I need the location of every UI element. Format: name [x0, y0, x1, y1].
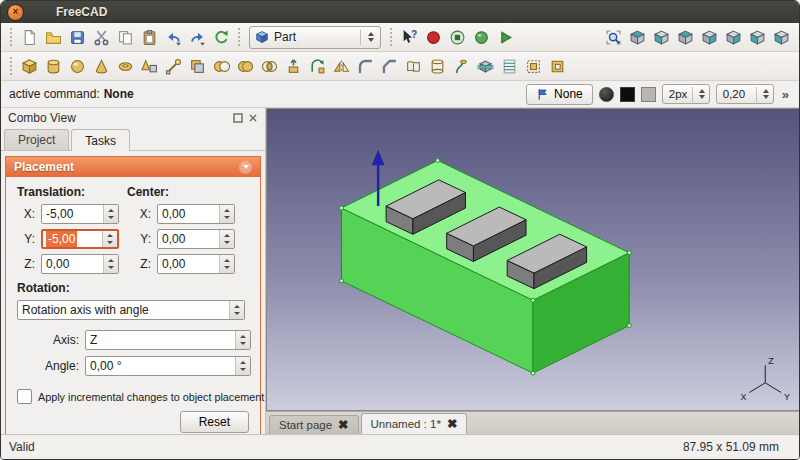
- annotation-none-button[interactable]: None: [526, 84, 593, 105]
- paste-icon: [141, 29, 158, 46]
- collapse-panel-icon[interactable]: [239, 161, 252, 174]
- part-sphere-button[interactable]: [65, 54, 89, 78]
- whats-this-button[interactable]: ?: [397, 25, 421, 49]
- shape-builder-button[interactable]: [161, 54, 185, 78]
- line-color-swatch[interactable]: [620, 87, 635, 102]
- stepper-icon[interactable]: [219, 230, 234, 248]
- axis-select[interactable]: Z: [85, 330, 251, 350]
- execute-macro-button[interactable]: [493, 25, 517, 49]
- sweep-button[interactable]: [449, 54, 473, 78]
- thickness-button[interactable]: [545, 54, 569, 78]
- save-document-button[interactable]: [65, 25, 89, 49]
- translation-value-input[interactable]: 0,00: [41, 254, 119, 274]
- macro-record-button[interactable]: [421, 25, 445, 49]
- part-box-button[interactable]: [17, 54, 41, 78]
- section-button[interactable]: [473, 54, 497, 78]
- stepper-icon[interactable]: [235, 357, 250, 375]
- ruled-surface-icon: [405, 58, 422, 75]
- part-torus-icon: [117, 58, 134, 75]
- copy-button[interactable]: [113, 25, 137, 49]
- undo-button[interactable]: [161, 25, 185, 49]
- shape-color-swatch[interactable]: [599, 87, 614, 102]
- close-panel-icon[interactable]: [248, 113, 258, 123]
- placement-row: Z: 0,00 Z: 0,00: [15, 254, 251, 274]
- top-view-button[interactable]: [673, 25, 697, 49]
- macro-stop-button[interactable]: [445, 25, 469, 49]
- viewport-canvas[interactable]: Z X Y: [266, 108, 799, 411]
- macros-dialog-button[interactable]: [469, 25, 493, 49]
- main-toolbar: Part ?: [1, 23, 799, 52]
- boolean-cut-button[interactable]: [209, 54, 233, 78]
- translation-value-input[interactable]: -5,00: [41, 229, 119, 249]
- workbench-selector[interactable]: Part: [249, 26, 381, 49]
- rear-view-button[interactable]: [721, 25, 745, 49]
- undo-icon: [165, 29, 182, 46]
- fit-all-button[interactable]: [601, 25, 625, 49]
- placement-header[interactable]: Placement: [6, 157, 260, 177]
- create-primitives-button[interactable]: [137, 54, 161, 78]
- new-document-button[interactable]: [17, 25, 41, 49]
- command-bar: active command: None None 2px 0,20 »: [1, 81, 799, 108]
- part-cylinder-button[interactable]: [41, 54, 65, 78]
- fillet-icon: [357, 58, 374, 75]
- stepper-icon[interactable]: [219, 205, 234, 223]
- tab-close-icon[interactable]: ✖: [447, 418, 457, 431]
- 3d-scene: Z X Y: [267, 109, 799, 410]
- tab-tasks[interactable]: Tasks: [71, 129, 130, 151]
- line-width-select[interactable]: 2px: [662, 84, 710, 104]
- tab-project[interactable]: Project: [4, 129, 69, 150]
- face-color-swatch[interactable]: [641, 87, 656, 102]
- apply-incremental-checkbox[interactable]: [17, 389, 32, 404]
- part-torus-button[interactable]: [113, 54, 137, 78]
- revolve-button[interactable]: [305, 54, 329, 78]
- extrude-button[interactable]: [281, 54, 305, 78]
- paste-button[interactable]: [137, 25, 161, 49]
- stepper-icon[interactable]: [219, 255, 234, 273]
- whats-this-icon: ?: [401, 29, 418, 46]
- status-bar: Valid 87.95 x 51.09 mm: [1, 434, 799, 459]
- fillet-button[interactable]: [353, 54, 377, 78]
- angle-input[interactable]: 0,00 °: [85, 356, 251, 376]
- redo-button[interactable]: [185, 25, 209, 49]
- part-cone-button[interactable]: [89, 54, 113, 78]
- bottom-view-button[interactable]: [745, 25, 769, 49]
- axonometric-view-button[interactable]: [625, 25, 649, 49]
- loft-button[interactable]: [425, 54, 449, 78]
- stepper-icon[interactable]: [102, 231, 117, 247]
- ruled-surface-button[interactable]: [401, 54, 425, 78]
- stepper-icon[interactable]: [103, 255, 118, 273]
- cross-sections-button[interactable]: [497, 54, 521, 78]
- part-toolbar: [1, 52, 799, 81]
- tab-unnamed-document[interactable]: Unnamed : 1* ✖: [361, 413, 468, 434]
- left-view-button[interactable]: [769, 25, 793, 49]
- translation-value-input[interactable]: -5,00: [41, 204, 119, 224]
- refresh-button[interactable]: [209, 25, 233, 49]
- toolbar-overflow-button[interactable]: »: [780, 87, 791, 102]
- mirror-button[interactable]: [329, 54, 353, 78]
- tab-start-page[interactable]: Start page ✖: [269, 415, 359, 434]
- center-value-input[interactable]: 0,00: [157, 229, 235, 249]
- model-box[interactable]: [341, 160, 629, 373]
- offset-button[interactable]: [521, 54, 545, 78]
- boolean-operation-button[interactable]: [185, 54, 209, 78]
- boolean-intersection-button[interactable]: [257, 54, 281, 78]
- center-value-input[interactable]: 0,00: [157, 204, 235, 224]
- rotation-mode-select[interactable]: Rotation axis with angle: [17, 300, 245, 320]
- part-tools-group: [17, 54, 569, 78]
- float-panel-icon[interactable]: [233, 113, 243, 123]
- boolean-intersection-icon: [261, 58, 278, 75]
- chamfer-button[interactable]: [377, 54, 401, 78]
- center-value-input[interactable]: 0,00: [157, 254, 235, 274]
- boolean-union-button[interactable]: [233, 54, 257, 78]
- window-close-button[interactable]: ×: [7, 4, 24, 21]
- right-view-button[interactable]: [697, 25, 721, 49]
- tab-close-icon[interactable]: ✖: [338, 419, 348, 432]
- reset-button[interactable]: Reset: [180, 411, 249, 433]
- 3d-viewport: Z X Y Start page ✖ Unname: [266, 108, 799, 434]
- stepper-icon[interactable]: [103, 205, 118, 223]
- cut-button[interactable]: [89, 25, 113, 49]
- front-view-button[interactable]: [649, 25, 673, 49]
- point-size-spinner[interactable]: 0,20: [716, 84, 774, 104]
- window-title: FreeCAD: [56, 5, 107, 19]
- open-document-button[interactable]: [41, 25, 65, 49]
